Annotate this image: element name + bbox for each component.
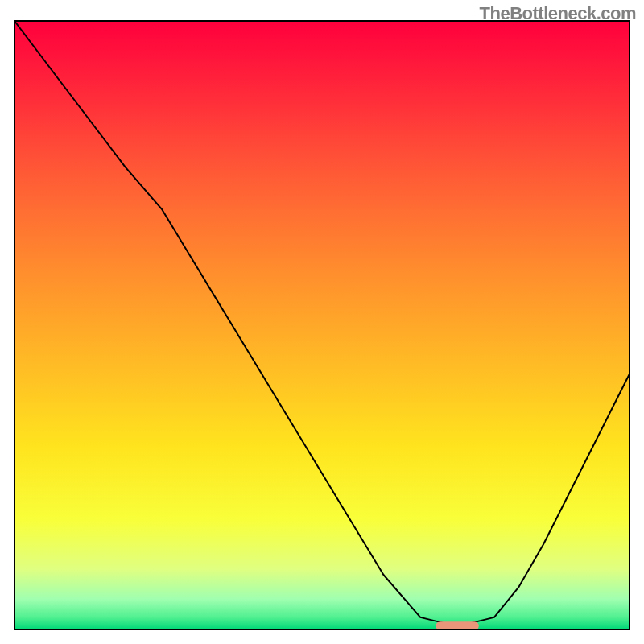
- watermark-text: TheBottleneck.com: [480, 3, 636, 24]
- chart-svg: [0, 0, 644, 644]
- chart-frame: TheBottleneck.com: [0, 0, 644, 644]
- plot-background: [14, 21, 630, 630]
